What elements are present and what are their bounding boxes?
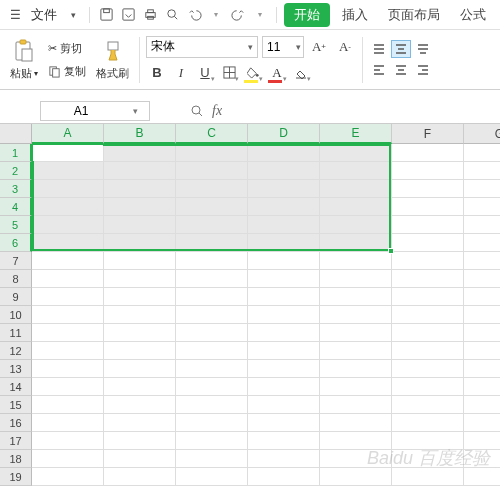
cell[interactable] [248, 288, 320, 306]
cell[interactable] [176, 252, 248, 270]
cell[interactable] [32, 270, 104, 288]
cell[interactable] [464, 468, 500, 486]
cell[interactable] [320, 162, 392, 180]
cell[interactable] [392, 288, 464, 306]
cell[interactable] [176, 180, 248, 198]
cell[interactable] [464, 378, 500, 396]
cell[interactable] [32, 360, 104, 378]
cell[interactable] [464, 216, 500, 234]
cell[interactable] [248, 468, 320, 486]
cell[interactable] [248, 198, 320, 216]
column-header[interactable]: F [392, 124, 464, 144]
cell[interactable] [176, 468, 248, 486]
italic-button[interactable]: I [170, 62, 192, 84]
cell[interactable] [464, 288, 500, 306]
row-header[interactable]: 16 [0, 414, 32, 432]
cell[interactable] [320, 288, 392, 306]
cell[interactable] [248, 342, 320, 360]
cell[interactable] [248, 180, 320, 198]
cell[interactable] [104, 378, 176, 396]
chevron-down-icon[interactable]: ▾ [34, 69, 38, 78]
cell[interactable] [392, 360, 464, 378]
cell[interactable] [32, 342, 104, 360]
cell[interactable] [320, 324, 392, 342]
cell[interactable] [464, 414, 500, 432]
cell[interactable] [320, 468, 392, 486]
cell[interactable] [32, 468, 104, 486]
column-header[interactable]: C [176, 124, 248, 144]
cell[interactable] [104, 144, 176, 162]
underline-button[interactable]: U▾ [194, 62, 216, 84]
row-header[interactable]: 7 [0, 252, 32, 270]
cell[interactable] [248, 270, 320, 288]
cell[interactable] [248, 432, 320, 450]
cell[interactable] [32, 288, 104, 306]
cell[interactable] [176, 432, 248, 450]
cell[interactable] [464, 270, 500, 288]
cell[interactable] [176, 396, 248, 414]
cell[interactable] [464, 180, 500, 198]
cell[interactable] [176, 414, 248, 432]
name-box[interactable]: ▾ [40, 101, 150, 121]
row-header[interactable]: 5 [0, 216, 32, 234]
fx-search-icon[interactable] [190, 104, 204, 118]
cell[interactable] [392, 144, 464, 162]
cell[interactable] [392, 378, 464, 396]
cell[interactable] [248, 396, 320, 414]
cell[interactable] [176, 288, 248, 306]
cell[interactable] [176, 450, 248, 468]
print-preview-icon[interactable] [163, 6, 181, 24]
chevron-down-icon[interactable]: ▾ [64, 6, 82, 24]
cell[interactable] [248, 162, 320, 180]
cell[interactable] [176, 378, 248, 396]
cell[interactable] [104, 432, 176, 450]
cell[interactable] [32, 414, 104, 432]
tab-start[interactable]: 开始 [284, 3, 330, 27]
cell[interactable] [32, 252, 104, 270]
row-header[interactable]: 6 [0, 234, 32, 252]
select-all-corner[interactable] [0, 124, 32, 144]
cell[interactable] [104, 468, 176, 486]
cell[interactable] [248, 234, 320, 252]
cell[interactable] [392, 306, 464, 324]
cell[interactable] [32, 144, 104, 162]
column-header[interactable]: G [464, 124, 500, 144]
cell[interactable] [392, 198, 464, 216]
row-header[interactable]: 8 [0, 270, 32, 288]
cell[interactable] [392, 342, 464, 360]
cell[interactable] [392, 162, 464, 180]
cell[interactable] [104, 450, 176, 468]
fx-label[interactable]: fx [212, 103, 222, 119]
borders-button[interactable]: ▾ [218, 62, 240, 84]
cell[interactable] [176, 198, 248, 216]
cell[interactable] [176, 342, 248, 360]
cell[interactable] [320, 342, 392, 360]
print-icon[interactable] [141, 6, 159, 24]
tab-insert[interactable]: 插入 [334, 3, 376, 27]
cell[interactable] [104, 360, 176, 378]
save-as-icon[interactable] [119, 6, 137, 24]
cut-button[interactable]: ✂剪切 [48, 38, 86, 58]
cell[interactable] [248, 414, 320, 432]
undo-icon[interactable] [185, 6, 203, 24]
row-header[interactable]: 1 [0, 144, 32, 162]
cell[interactable] [176, 270, 248, 288]
fill-handle[interactable] [388, 248, 394, 254]
cell[interactable] [392, 216, 464, 234]
cell[interactable] [248, 450, 320, 468]
cell[interactable] [248, 252, 320, 270]
menu-icon[interactable]: ☰ [6, 6, 24, 24]
cell[interactable] [392, 414, 464, 432]
row-header[interactable]: 18 [0, 450, 32, 468]
chevron-down-icon[interactable]: ▾ [251, 6, 269, 24]
file-menu[interactable]: 文件 [28, 6, 60, 24]
cell[interactable] [320, 306, 392, 324]
cell[interactable] [104, 252, 176, 270]
cell[interactable] [104, 180, 176, 198]
save-icon[interactable] [97, 6, 115, 24]
cell[interactable] [392, 468, 464, 486]
paste-group[interactable]: 粘贴▾ [6, 38, 42, 81]
cell[interactable] [464, 198, 500, 216]
cell[interactable] [320, 270, 392, 288]
chevron-down-icon[interactable]: ▾ [245, 42, 257, 52]
